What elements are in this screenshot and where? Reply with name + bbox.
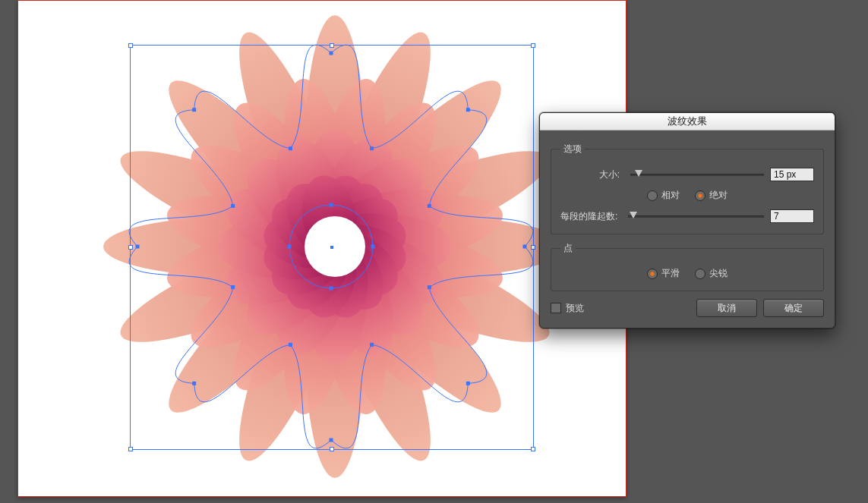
cancel-button[interactable]: 取消 [696, 299, 757, 317]
svg-rect-13 [136, 245, 140, 249]
svg-rect-15 [192, 108, 196, 112]
svg-rect-11 [192, 382, 196, 385]
svg-rect-14 [231, 204, 235, 208]
size-input[interactable] [770, 168, 814, 181]
options-group: 选项 大小: 相对 绝对 每段的隆起数: [551, 143, 824, 234]
radio-relative-label: 相对 [661, 189, 680, 202]
dialog-body: 选项 大小: 相对 绝对 每段的隆起数: [540, 130, 835, 328]
bbox-handle-bottom-mid[interactable] [330, 447, 334, 451]
artboard[interactable] [17, 0, 627, 497]
svg-rect-3 [466, 108, 470, 112]
svg-rect-12 [231, 285, 235, 289]
svg-rect-17 [371, 245, 375, 249]
radio-absolute-label: 绝对 [709, 189, 728, 202]
svg-rect-19 [288, 245, 292, 249]
svg-rect-18 [330, 287, 333, 291]
points-row: 平滑 尖锐 [560, 267, 814, 280]
size-row: 大小: [560, 168, 814, 181]
bbox-handle-top-mid[interactable] [330, 43, 334, 48]
radio-smooth-label: 平滑 [661, 267, 680, 280]
size-slider[interactable] [630, 174, 764, 176]
size-label: 大小: [560, 168, 624, 181]
points-legend: 点 [560, 242, 576, 255]
dialog-titlebar[interactable]: 波纹效果 [540, 113, 835, 130]
ridges-slider[interactable] [628, 215, 764, 218]
radio-dot-icon [647, 190, 658, 201]
preview-checkbox[interactable]: 预览 [551, 302, 584, 315]
options-legend: 选项 [560, 143, 585, 156]
preview-label: 预览 [566, 302, 584, 315]
artboard-border [17, 0, 627, 497]
zigzag-dialog[interactable]: 波纹效果 选项 大小: 相对 绝对 [539, 112, 835, 329]
radio-relative[interactable]: 相对 [647, 189, 680, 202]
svg-rect-4 [428, 204, 431, 208]
flower-artwork [103, 15, 567, 478]
ridges-slider-thumb[interactable] [630, 212, 637, 218]
bbox-handle-mid-left[interactable] [128, 245, 133, 250]
svg-rect-9 [330, 439, 333, 442]
selection-bounding-box[interactable] [130, 45, 534, 450]
svg-point-0 [289, 205, 373, 288]
checkbox-box-icon [551, 303, 561, 313]
svg-rect-20 [330, 203, 333, 207]
svg-rect-1 [330, 52, 333, 55]
points-group: 点 平滑 尖锐 [551, 242, 824, 291]
ok-button[interactable]: 确定 [763, 299, 824, 317]
ridges-input[interactable] [770, 209, 814, 223]
svg-rect-16 [289, 146, 292, 150]
bbox-handle-bottom-right[interactable] [531, 447, 535, 451]
svg-rect-8 [370, 343, 374, 347]
svg-rect-10 [289, 343, 292, 347]
radio-smooth[interactable]: 平滑 [647, 267, 680, 280]
size-slider-thumb[interactable] [635, 170, 642, 177]
bbox-center-point [330, 246, 333, 249]
radio-corner-label: 尖锐 [709, 267, 728, 280]
radio-dot-icon [647, 269, 658, 279]
ridges-label: 每段的隆起数: [560, 210, 622, 223]
ridges-row: 每段的隆起数: [560, 209, 814, 223]
svg-rect-5 [523, 245, 527, 249]
radio-corner[interactable]: 尖锐 [695, 267, 728, 280]
radio-dot-icon [695, 190, 705, 201]
size-mode-row: 相对 绝对 [560, 189, 814, 202]
svg-rect-6 [428, 285, 431, 289]
dialog-title: 波纹效果 [668, 115, 707, 128]
radio-absolute[interactable]: 绝对 [695, 189, 728, 202]
svg-rect-7 [466, 382, 470, 385]
svg-rect-2 [370, 146, 374, 150]
bbox-handle-top-right[interactable] [531, 43, 535, 48]
dialog-footer: 预览 取消 确定 [551, 299, 824, 317]
bbox-handle-mid-right[interactable] [531, 245, 535, 250]
selection-path-overlay [17, 0, 627, 497]
bbox-handle-bottom-left[interactable] [128, 447, 133, 451]
radio-dot-icon [695, 269, 705, 279]
bbox-handle-top-left[interactable] [128, 43, 133, 48]
